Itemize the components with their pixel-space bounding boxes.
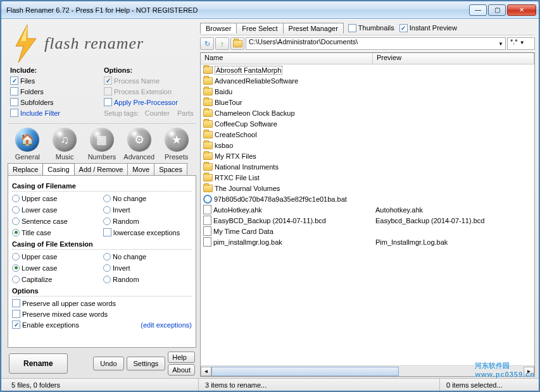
ext-nochange-radio[interactable] [103, 253, 111, 260]
file-name: 97b805d0c70b478a9a35e82f9c1e01ba.bat [214, 195, 347, 203]
rename-button[interactable]: Rename [9, 353, 68, 374]
lowercase-exc-checkbox[interactable] [103, 228, 111, 236]
file-name: National Instruments [215, 163, 279, 171]
browse-button[interactable] [230, 37, 244, 50]
tab-move[interactable]: Move [127, 163, 154, 175]
subfolders-checkbox[interactable] [10, 98, 18, 106]
general-button[interactable]: 🏠General [10, 128, 44, 161]
list-row[interactable]: AdvancedReliableSoftware [201, 75, 534, 86]
maximize-button[interactable]: ▢ [488, 4, 506, 16]
edit-exceptions-link[interactable]: (edit exceptions) [141, 321, 192, 329]
list-row[interactable]: pim_installmgr.log.bakPim_Installmgr.Log… [201, 236, 534, 247]
file-icon [203, 226, 211, 236]
right-panel: Browser Free Select Preset Manager Thumb… [199, 20, 539, 378]
status-right: 0 items selected... [440, 379, 535, 391]
fn-nochange-radio[interactable] [103, 195, 111, 202]
apply-pre-checkbox[interactable] [104, 98, 112, 106]
scroll-left-button[interactable]: ◄ [201, 367, 211, 376]
list-row[interactable]: My Time Card Data [201, 226, 534, 236]
casing-options-title: Options [12, 287, 192, 297]
extension-filter[interactable]: *.* ▼ [507, 37, 535, 50]
file-name: pim_installmgr.log.bak [213, 238, 282, 246]
scroll-thumb[interactable] [211, 367, 399, 376]
fn-upper-radio[interactable] [12, 195, 20, 202]
presets-button[interactable]: ★Presets [160, 128, 194, 161]
list-row[interactable]: ksbao [201, 140, 534, 150]
ext-invert-radio[interactable] [103, 264, 111, 272]
numbers-button[interactable]: ▦Numbers [85, 128, 119, 161]
list-row[interactable]: CreateSchool [201, 129, 534, 140]
path-dropdown-icon[interactable]: ▼ [498, 41, 503, 47]
tab-replace[interactable]: Replace [8, 163, 43, 175]
folders-checkbox[interactable] [10, 87, 18, 95]
options-group: Options: Process Name Process Extension … [104, 66, 194, 118]
settings-button[interactable]: Settings [127, 357, 166, 371]
music-icon: ♫ [53, 128, 77, 152]
ext-random-radio[interactable] [103, 276, 111, 283]
list-body[interactable]: Abrosoft FantaMorphAdvancedReliableSoftw… [201, 64, 534, 365]
list-row[interactable]: Baidu [201, 86, 534, 97]
music-button[interactable]: ♫Music [47, 128, 82, 161]
list-row[interactable]: AutoHotkey.ahkAutohotkey.ahk [201, 204, 534, 215]
file-name: CreateSchool [215, 131, 257, 138]
file-name: My Time Card Data [213, 228, 273, 235]
thumbnails-checkbox[interactable] [348, 24, 356, 32]
file-icon [203, 237, 211, 247]
logo-text: flash renamer [44, 34, 144, 53]
titlebar[interactable]: Flash Renamer 6.72 - Press F1 for Help -… [1, 1, 539, 19]
fn-title-radio[interactable] [12, 229, 20, 236]
include-filter-checkbox[interactable] [10, 109, 18, 117]
list-row[interactable]: National Instruments [201, 161, 534, 172]
gear-icon: ⚙ [127, 128, 151, 152]
file-icon [203, 205, 211, 214]
file-preview: Autohotkey.ahk [374, 206, 534, 214]
ext-lower-radio[interactable] [12, 264, 20, 272]
up-button[interactable]: ↑ [215, 37, 229, 50]
tab-free-select[interactable]: Free Select [236, 23, 283, 34]
list-row[interactable]: 97b805d0c70b478a9a35e82f9c1e01ba.bat [201, 193, 534, 204]
list-row[interactable]: CoffeeCup Software [201, 118, 534, 129]
file-name: AdvancedReliableSoftware [215, 77, 298, 85]
home-icon: 🏠 [15, 128, 39, 152]
advanced-button[interactable]: ⚙Advanced [122, 128, 156, 161]
enable-exc-checkbox[interactable] [12, 321, 20, 329]
minimize-button[interactable]: — [469, 4, 487, 16]
column-preview[interactable]: Preview [373, 53, 534, 64]
list-row[interactable]: Chameleon Clock Backup [201, 107, 534, 118]
files-checkbox[interactable] [10, 77, 18, 85]
instant-preview-checkbox[interactable] [399, 24, 408, 32]
list-row[interactable]: Abrosoft FantaMorph [201, 64, 534, 75]
list-row[interactable]: EasyBCD_Backup (2014-07-11).bcdEasybcd_B… [201, 215, 534, 226]
refresh-button[interactable]: ↻ [200, 37, 214, 50]
process-ext-checkbox [104, 87, 112, 95]
preserve-mixed-checkbox[interactable] [12, 310, 20, 318]
list-row[interactable]: My RTX Files [201, 150, 534, 161]
file-name: Baidu [215, 88, 232, 95]
path-input[interactable]: C:\Users\Administrator\Documents\ [246, 37, 506, 50]
close-button[interactable]: ✕ [507, 4, 536, 16]
tab-spaces[interactable]: Spaces [154, 163, 187, 175]
fn-invert-radio[interactable] [103, 206, 111, 214]
undo-button[interactable]: Undo [93, 357, 123, 371]
tab-add-remove[interactable]: Add / Remove [74, 163, 129, 175]
tab-browser[interactable]: Browser [200, 23, 237, 34]
app-window: Flash Renamer 6.72 - Press F1 for Help -… [1, 1, 539, 391]
file-name: CoffeeCup Software [215, 120, 277, 128]
help-button[interactable]: Help [168, 352, 195, 363]
tab-casing[interactable]: Casing [42, 163, 74, 175]
list-row[interactable]: The Journal Volumes [201, 183, 534, 193]
fn-sentence-radio[interactable] [12, 217, 20, 225]
column-name[interactable]: Name [201, 53, 373, 64]
preserve-upper-checkbox[interactable] [12, 299, 20, 307]
ext-upper-radio[interactable] [12, 253, 20, 260]
logo: flash renamer [8, 22, 196, 65]
process-name-checkbox [104, 77, 112, 85]
tab-preset-manager[interactable]: Preset Manager [283, 23, 344, 34]
list-row[interactable]: BlueTour [201, 97, 534, 107]
fn-random-radio[interactable] [103, 217, 111, 225]
about-button[interactable]: About [168, 364, 195, 376]
ext-capitalize-radio[interactable] [12, 276, 20, 283]
refresh-icon: ↻ [204, 40, 210, 48]
list-row[interactable]: RTXC File List [201, 172, 534, 183]
fn-lower-radio[interactable] [12, 206, 20, 214]
